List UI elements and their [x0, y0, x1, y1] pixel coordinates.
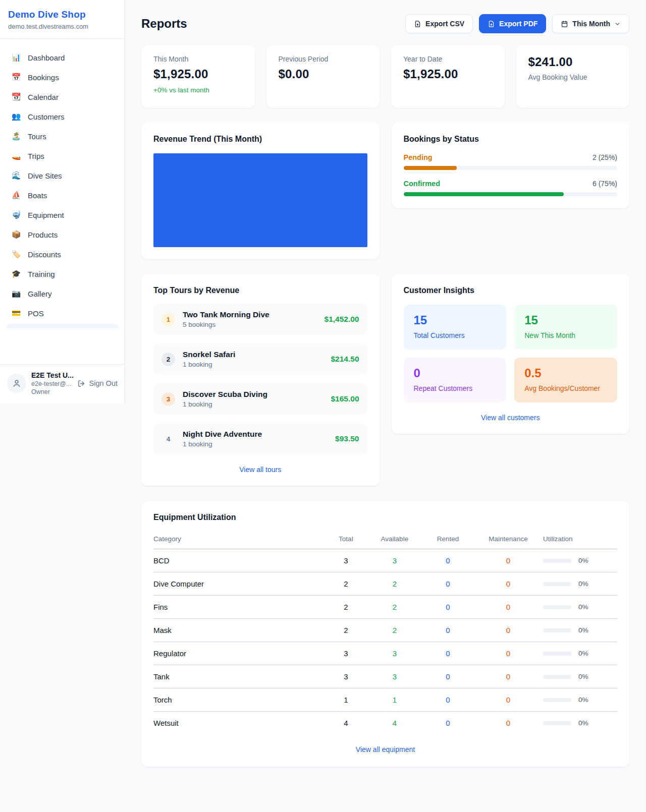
cell-available: 2 [367, 572, 422, 596]
sidebar-item-trips[interactable]: 🚤Trips [6, 146, 119, 165]
sidebar-item-customers[interactable]: 👥Customers [6, 107, 119, 126]
sidebar-item-bookings[interactable]: 📅Bookings [6, 68, 119, 87]
cell-available: 3 [367, 665, 422, 688]
sidebar: Demo Dive Shop demo.test.divestreams.com… [0, 0, 125, 403]
cell-available: 2 [367, 596, 422, 619]
tile-label: New This Month [524, 331, 607, 339]
tour-bookings: 1 booking [183, 361, 323, 368]
card-title: Top Tours by Revenue [153, 286, 367, 295]
tile-value: 15 [524, 313, 607, 327]
view-all-customers-link[interactable]: View all customers [404, 414, 618, 422]
cell-utilization: 0% [543, 596, 617, 619]
utilization-percent: 0% [578, 673, 588, 680]
cell-total: 3 [325, 549, 367, 572]
sign-out-label: Sign Out [89, 379, 118, 387]
card-title: Equipment Utilization [153, 513, 617, 522]
stat-cards: This Month $1,925.00 +0% vs last month P… [141, 45, 629, 108]
camera-icon: 📷 [11, 289, 21, 298]
tour-revenue: $214.50 [331, 355, 359, 364]
export-csv-button[interactable]: Export CSV [405, 14, 473, 33]
stat-card-this-month: This Month $1,925.00 +0% vs last month [141, 45, 255, 108]
utilization-bar [543, 628, 571, 632]
cell-total: 2 [325, 619, 367, 642]
column-header: Available [367, 530, 422, 549]
table-row: Wetsuit44000% [153, 712, 617, 735]
cell-maintenance: 0 [473, 665, 543, 688]
sidebar-item-products[interactable]: 📦Products [6, 225, 119, 244]
rank-badge: 2 [162, 353, 175, 366]
bar-chart-icon: 📊 [11, 53, 21, 62]
tour-list-item: 3 Discover Scuba Diving 1 booking $165.0… [153, 383, 367, 415]
file-download-icon [488, 20, 495, 28]
utilization-percent: 0% [578, 626, 588, 634]
cell-rented: 0 [422, 712, 473, 735]
credit-card-icon: 💳 [11, 309, 21, 318]
rank-badge: 3 [162, 392, 175, 406]
cell-maintenance: 0 [473, 596, 543, 619]
rank-badge: 4 [162, 432, 175, 446]
sidebar-item-equipment[interactable]: 🤿Equipment [6, 205, 119, 224]
wave-icon: 🌊 [11, 171, 21, 180]
sidebar-item-gallery[interactable]: 📷Gallery [6, 284, 119, 303]
cell-available: 3 [367, 549, 422, 572]
cell-rented: 0 [422, 665, 473, 688]
stat-label: Previous Period [279, 55, 368, 63]
cell-rented: 0 [422, 549, 473, 572]
stat-value: $0.00 [279, 67, 368, 81]
sidebar-item-discounts[interactable]: 🏷️Discounts [6, 245, 119, 264]
sidebar-item-reports-partial[interactable] [6, 324, 119, 328]
utilization-bar [543, 605, 571, 609]
sidebar-item-dashboard[interactable]: 📊Dashboard [6, 48, 119, 67]
sidebar-item-calendar[interactable]: 📆Calendar [6, 87, 119, 106]
view-all-equipment-link[interactable]: View all equipment [153, 745, 617, 753]
period-label: This Month [572, 20, 610, 28]
sidebar-item-tours[interactable]: 🏝️Tours [6, 127, 119, 146]
sidebar-item-training[interactable]: 🎓Training [6, 264, 119, 283]
stat-label: This Month [153, 55, 243, 63]
utilization-bar [543, 698, 571, 702]
brand-block: Demo Dive Shop demo.test.divestreams.com [0, 0, 125, 39]
sidebar-item-label: Products [28, 230, 58, 239]
tile-label: Avg Bookings/Customer [524, 384, 607, 392]
stat-trend-note: +0% vs last month [153, 86, 243, 94]
progress-fill [404, 192, 564, 196]
sidebar-item-pos[interactable]: 💳POS [6, 304, 119, 323]
sidebar-item-label: Tours [28, 132, 46, 141]
sidebar-item-dive-sites[interactable]: 🌊Dive Sites [6, 166, 119, 185]
sidebar-item-label: POS [28, 309, 44, 318]
view-all-tours-link[interactable]: View all tours [153, 466, 367, 474]
tour-name: Discover Scuba Diving [183, 390, 323, 399]
people-icon: 👥 [11, 112, 21, 121]
header-actions: Export CSV Export PDF This Month [405, 14, 629, 33]
file-download-icon [414, 20, 421, 28]
cell-total: 4 [325, 712, 367, 735]
calendar-icon [561, 20, 568, 28]
sign-out-button[interactable]: Sign Out [77, 379, 118, 388]
cell-utilization: 0% [543, 688, 617, 712]
rank-badge: 1 [162, 313, 175, 326]
table-row: Tank33000% [153, 665, 617, 688]
calendar-17-icon: 📅 [11, 73, 21, 82]
tour-name: Snorkel Safari [183, 350, 323, 359]
stat-value: $241.00 [528, 55, 618, 69]
sidebar-item-boats[interactable]: ⛵Boats [6, 186, 119, 205]
cell-category: Dive Computer [153, 572, 325, 596]
cell-rented: 0 [422, 688, 473, 712]
utilization-percent: 0% [578, 580, 588, 588]
stat-card-avg-booking-value: $241.00 Avg Booking Value [516, 45, 630, 108]
sidebar-item-label: Gallery [28, 289, 52, 298]
period-selector[interactable]: This Month [552, 14, 629, 33]
table-row: Fins22000% [153, 596, 617, 619]
tile-avg-bookings: 0.5 Avg Bookings/Customer [514, 358, 617, 402]
cell-available: 4 [367, 712, 422, 735]
export-pdf-button[interactable]: Export PDF [479, 14, 546, 33]
sidebar-item-label: Trips [28, 152, 44, 160]
tile-value: 0 [414, 366, 497, 380]
table-row: Torch11000% [153, 688, 617, 712]
sidebar-item-label: Calendar [28, 93, 59, 101]
shop-name: Demo Dive Shop [8, 9, 117, 20]
page-title: Reports [141, 17, 187, 31]
user-section: E2E Test U... e2e-tester@... Owner Sign … [0, 364, 125, 403]
utilization-percent: 0% [578, 696, 588, 704]
sidebar-item-label: Customers [28, 112, 65, 121]
